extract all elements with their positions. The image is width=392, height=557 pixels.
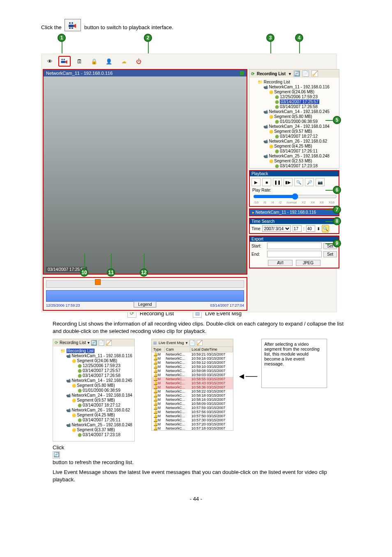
live-event-dropdown[interactable]: Live Event Msg	[159, 341, 184, 345]
table-row[interactable]: 🔔MNetworkC...10:58:22 03/15/2007	[152, 389, 233, 393]
table-row[interactable]: 🔔MNetworkC...10:59:12 03/15/2007	[152, 361, 233, 365]
zoom-in-button[interactable]: 🔍	[294, 178, 303, 186]
view-icon[interactable]: 📄	[302, 70, 309, 77]
export-end-input[interactable]	[267, 251, 322, 257]
timeline-ruler[interactable]	[46, 280, 244, 288]
le-icon-a[interactable]: 📄	[189, 340, 195, 346]
time-search-panel: Time Search Time 2007/ 3/14 : ⬍ 🔍	[249, 218, 339, 234]
export-header: Export	[250, 236, 339, 242]
step-button[interactable]: ▮▶	[284, 178, 293, 186]
export-end-label: End:	[251, 252, 265, 257]
table-row[interactable]: 🔔MNetworkC...10:57:20 03/15/2007	[152, 422, 233, 426]
tool-playback-icon[interactable]	[58, 56, 71, 67]
rec-list-dropdown[interactable]: Recording List	[257, 72, 286, 76]
zoom-out-button[interactable]: 🔎	[305, 178, 314, 186]
small-view-icon[interactable]: 📄	[99, 340, 104, 346]
svg-marker-9	[65, 60, 67, 64]
col-datetime[interactable]: Local DateTime	[190, 347, 233, 352]
live-event-para: Live Event Message shows the latest live…	[41, 469, 351, 483]
table-row[interactable]: 🔔MNetworkC...10:57:30 03/15/2007	[152, 418, 233, 422]
intro-text-after: button to switch to playback interface.	[84, 24, 173, 30]
timeline-panel: 12/25/2006 17:59:23 03/14/2007 17:27:04 …	[43, 277, 247, 311]
ts-date[interactable]: 2007/ 3/14	[262, 225, 291, 232]
stop-button[interactable]: ■	[262, 178, 271, 186]
col-cam[interactable]: Cam	[165, 347, 190, 352]
playback-header: Playback	[250, 171, 339, 176]
export-start-input[interactable]	[267, 243, 322, 249]
intro-line: Click the button to switch to playback i…	[41, 19, 351, 31]
live-event-table[interactable]: Type Cam Local DateTime 🔔MNetworkC...10:…	[152, 347, 233, 430]
ts-mm[interactable]	[306, 225, 315, 232]
playback-icon-inline	[65, 19, 81, 31]
table-row[interactable]: 🔔MNetworkC...10:57:50 03/15/2007	[152, 414, 233, 418]
table-row[interactable]: 🔔MNetworkC...10:59:21 03/15/2007	[152, 352, 233, 356]
del-icon[interactable]: 🧹	[311, 70, 318, 77]
section5-para: Recording List shows the information of …	[41, 320, 351, 335]
small-recording-list: ⟳ Recording List ▾ 🔄 📄 🧹 📁 Recording Lis…	[53, 339, 135, 441]
timeline-end: 03/14/2007 17:27:04	[210, 303, 244, 307]
svg-point-6	[61, 59, 62, 60]
table-row[interactable]: 🔔MNetworkC...10:59:16 03/15/2007	[152, 356, 233, 361]
recording-tree[interactable]: 📁 Recording ListNetworkCam_11 - 192.168.…	[249, 78, 339, 168]
time-label: Time	[251, 226, 261, 231]
svg-rect-2	[69, 25, 74, 27]
le-icon-b[interactable]: 🧹	[197, 340, 203, 346]
arrow-icon: ◄──	[238, 372, 257, 381]
timeline-start: 12/25/2006 17:59:23	[46, 303, 80, 307]
svg-point-0	[69, 22, 71, 24]
table-row[interactable]: 🔔MNetworkC...10:59:08 03/15/2007	[152, 369, 233, 373]
play-button[interactable]: ▶	[251, 178, 261, 186]
callout-3: 3	[266, 34, 274, 42]
tool-eye-icon[interactable]: 👁	[44, 56, 56, 67]
video-panel: NetworkCam_11 - 192.168.0.116 03/14/2007…	[43, 69, 247, 275]
legend-button[interactable]: Legend	[134, 301, 156, 307]
refresh-line: Click 🔄 button to refresh the recording …	[41, 444, 351, 466]
timeline-handle[interactable]	[95, 279, 101, 285]
play-rate-slider[interactable]	[253, 193, 337, 200]
svg-rect-4	[69, 28, 71, 29]
table-row[interactable]: 🔔MNetworkC...10:59:10 03/15/2007	[152, 365, 233, 369]
col-type[interactable]: Type	[152, 347, 165, 352]
tool-cloud-icon[interactable]: ☁	[118, 56, 130, 67]
export-jpeg-button[interactable]: JPEG	[296, 260, 321, 266]
snapshot-button[interactable]: 📷	[316, 178, 325, 186]
timeline-track[interactable]	[46, 290, 244, 302]
small-refresh-icon[interactable]: 🔄	[91, 340, 97, 346]
recording-list-panel: ⟳ Recording List ▾ 🔄 📄 🧹 📁 Recording Lis…	[249, 69, 339, 169]
small-del-icon[interactable]: 🧹	[106, 340, 112, 346]
tool-lock-icon[interactable]: 🔒	[88, 56, 100, 67]
tool-support-icon[interactable]: 🗓	[73, 56, 85, 67]
rate-scale: /16/8/4/2normalX2X4X8X16	[252, 201, 336, 204]
table-row[interactable]: 🔔MNetworkC...10:58:09 03/15/2007	[152, 402, 233, 406]
small-recording-tree[interactable]: 📁 Recording ListNetworkCam_11 - 192.168.…	[53, 347, 134, 441]
ts-hh[interactable]	[293, 225, 302, 232]
svg-rect-8	[61, 61, 65, 63]
export-start-label: Start:	[251, 244, 265, 248]
svg-rect-5	[71, 28, 73, 29]
table-row[interactable]: 🔔MNetworkC...10:58:43 03/15/2007	[152, 381, 233, 385]
small-rec-dropdown[interactable]: Recording List	[60, 340, 86, 345]
export-panel: Export Start: Set End: Set AVI	[249, 236, 339, 268]
video-area[interactable]: 03/14/2007 17:25:57	[44, 76, 247, 274]
svg-point-1	[71, 22, 73, 24]
refresh-icon[interactable]: 🔄	[293, 70, 300, 77]
play-rate-label: Play Rate:	[252, 188, 336, 192]
playback-panel: Playback ▶ ■ ❚❚ ▮▶ 🔍 🔎 📷 Play Rate:	[249, 170, 339, 207]
table-row[interactable]: 🔔MNetworkC...10:58:36 03/15/2007	[152, 385, 233, 389]
pause-button[interactable]: ❚❚	[273, 178, 282, 186]
page-number: - 44 -	[41, 496, 351, 502]
table-row[interactable]: 🔔MNetworkC...10:58:16 03/15/2007	[152, 398, 233, 402]
tool-users-icon[interactable]: 👤	[103, 56, 115, 67]
table-row[interactable]: 🔔MNetworkC...10:58:18 03/15/2007	[152, 393, 233, 398]
refresh-inline-icon: 🔄	[53, 451, 60, 459]
time-search-go[interactable]: 🔍	[322, 225, 329, 232]
table-row[interactable]: 🔔MNetworkC...10:59:03 03/15/2007	[152, 373, 233, 377]
table-row[interactable]: 🔔MNetworkC...10:57:18 03/15/2007	[152, 426, 233, 430]
svg-point-7	[63, 59, 65, 60]
tool-logout-icon[interactable]: ⏻	[132, 56, 145, 67]
table-row[interactable]: 🔔MNetworkC...10:58:55 03/15/2007	[152, 377, 233, 381]
table-row[interactable]: 🔔MNetworkC...10:57:59 03/15/2007	[152, 406, 233, 410]
export-set-end[interactable]: Set	[323, 251, 337, 257]
export-avi-button[interactable]: AVI	[268, 260, 293, 266]
table-row[interactable]: 🔔MNetworkC...10:57:56 03/15/2007	[152, 410, 233, 414]
